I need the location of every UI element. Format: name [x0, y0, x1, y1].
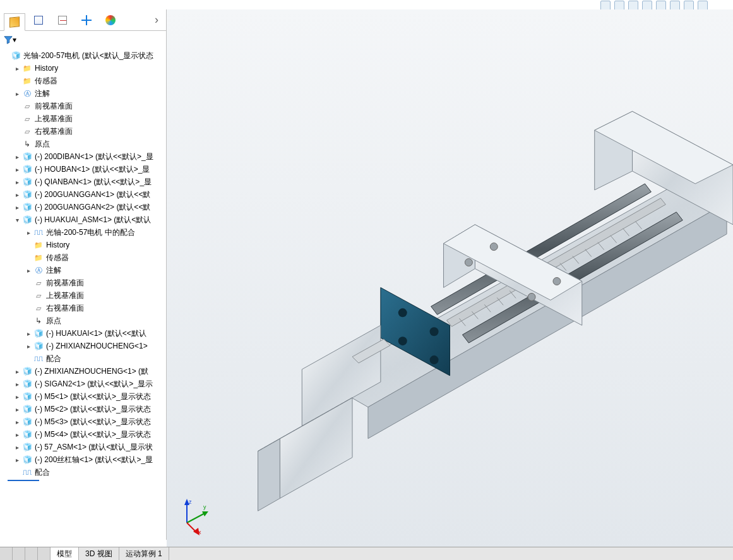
tree-node-label: History: [45, 241, 69, 249]
plane-icon: ▱: [21, 126, 33, 136]
tree-node[interactable]: ▱前视基准面: [1, 277, 166, 289]
expand-toggle[interactable]: ▸: [13, 444, 21, 451]
graphics-viewport[interactable]: z y x: [167, 9, 733, 547]
tree-node[interactable]: ▱右视基准面: [1, 302, 166, 314]
bottom-seg[interactable]: [25, 547, 38, 560]
expand-toggle[interactable]: ▸: [13, 368, 21, 375]
horizontal-scrollbar[interactable]: [3, 525, 164, 535]
expand-toggle[interactable]: ▸: [13, 406, 21, 413]
part-icon: 🧊: [21, 177, 33, 187]
tree-node[interactable]: ▸🧊(-) M5<4> (默认<<默认>_显示状态: [1, 428, 166, 441]
tree-node[interactable]: ⎍⎍配合: [1, 352, 166, 365]
part-icon: 🧊: [21, 164, 33, 174]
bottom-seg[interactable]: [38, 547, 51, 560]
tree-node-label: 光轴-200-57电机 (默认<默认_显示状态: [23, 51, 153, 61]
tree-node[interactable]: ▱上视基准面: [1, 289, 166, 302]
tree-node[interactable]: 📁传感器: [1, 74, 166, 87]
tree-node-label: (-) M5<3> (默认<<默认>_显示状态: [34, 417, 151, 427]
expand-toggle[interactable]: ▸: [24, 343, 33, 350]
tree-node[interactable]: ▾🧊(-) HUAKUAI_ASM<1> (默认<默认: [1, 213, 166, 226]
tree-node-label: (-) HOUBAN<1> (默认<<默认>_显: [34, 164, 150, 175]
tab-feature-manager[interactable]: [4, 13, 25, 31]
expand-toggle[interactable]: ▸: [13, 153, 21, 160]
tree-node[interactable]: ▸🧊(-) HOUBAN<1> (默认<<默认>_显: [1, 163, 166, 176]
orig-icon: ↳: [33, 316, 44, 326]
feature-tree[interactable]: 🧊光轴-200-57电机 (默认<默认_显示状态▸📁History📁传感器▸Ⓐ注…: [0, 48, 166, 482]
tree-node[interactable]: 📁History: [1, 239, 166, 251]
tree-node[interactable]: ▸🧊(-) M5<2> (默认<<默认>_显示状态: [1, 403, 166, 415]
tab-appearance[interactable]: [100, 11, 121, 29]
tree-node[interactable]: ▸⎍⎍光轴-200-57电机 中的配合: [1, 226, 166, 239]
tree-node-label: (-) 200丝杠轴<1> (默认<<默认>_显: [34, 455, 153, 465]
tree-node[interactable]: ▱前视基准面: [1, 100, 166, 112]
bottom-tab-model[interactable]: 模型: [51, 547, 79, 560]
tree-node[interactable]: 🧊光轴-200-57电机 (默认<默认_显示状态: [1, 49, 166, 62]
tree-node[interactable]: ▸🧊(-) ZHIXIANZHOUCHENG<1> (默: [1, 365, 166, 378]
tree-node-label: 右视基准面: [34, 126, 73, 137]
tab-configuration-manager[interactable]: [52, 11, 73, 29]
svg-point-32: [430, 327, 439, 336]
part-icon: 🧊: [33, 328, 44, 338]
expand-toggle[interactable]: ▸: [13, 381, 21, 388]
tree-node[interactable]: ▸🧊(-) ZHIXIANZHOUCHENG<1>: [1, 340, 166, 352]
bottom-prev-button[interactable]: [0, 547, 13, 560]
appearance-icon: [105, 15, 116, 25]
tree-node[interactable]: ▸🧊(-) HUAKUAI<1> (默认<<默认: [1, 327, 166, 340]
filter-button[interactable]: ▾: [4, 33, 16, 46]
orientation-triad[interactable]: z y x: [174, 497, 212, 535]
tree-node[interactable]: ▱右视基准面: [1, 125, 166, 138]
expand-toggle[interactable]: ▸: [13, 204, 21, 211]
bottom-next-button[interactable]: [13, 547, 25, 560]
tree-node[interactable]: ▸🧊(-) 200GUANGGAN<2> (默认<<默: [1, 201, 166, 213]
part-icon: 🧊: [21, 404, 33, 414]
expand-toggle[interactable]: ▸: [24, 267, 33, 274]
expand-toggle[interactable]: ▸: [13, 90, 21, 97]
expand-toggle[interactable]: ▸: [13, 166, 21, 173]
tree-node[interactable]: ▸🧊(-) QIANBAN<1> (默认<<默认>_显: [1, 176, 166, 188]
tree-node-label: (-) ZHIXIANZHOUCHENG<1> (默: [34, 366, 148, 377]
tree-node[interactable]: ▸🧊(-) 200丝杠轴<1> (默认<<默认>_显: [1, 453, 166, 466]
expand-toggle[interactable]: ▸: [13, 419, 21, 426]
svg-line-42: [187, 513, 206, 523]
expand-toggle[interactable]: ▸: [24, 229, 33, 236]
tree-node[interactable]: ▸🧊(-) 200DIBAN<1> (默认<<默认>_显: [1, 150, 166, 163]
fold-icon: 📁: [33, 240, 44, 250]
expand-toggle[interactable]: ▸: [13, 431, 21, 438]
tab-dimxpert[interactable]: [76, 11, 97, 29]
plane-icon: ▱: [33, 290, 44, 301]
tree-node[interactable]: ▸🧊(-) 57_ASM<1> (默认<默认_显示状: [1, 441, 166, 453]
expand-toggle[interactable]: ▸: [13, 65, 21, 72]
tree-node[interactable]: 📁传感器: [1, 251, 166, 264]
tab-property-manager[interactable]: [28, 11, 49, 29]
expand-toggle[interactable]: ▸: [13, 179, 21, 186]
expand-toggle[interactable]: ▾: [13, 217, 21, 223]
expand-toggle[interactable]: ▸: [24, 330, 33, 337]
tree-node-label: (-) 200GUANGGAN<1> (默认<<默: [34, 189, 150, 200]
tree-node[interactable]: ▸Ⓐ注解: [1, 87, 166, 100]
tree-node[interactable]: ▱上视基准面: [1, 112, 166, 125]
tree-node-label: 传感器: [34, 76, 57, 86]
tree-node[interactable]: ⎍⎍配合: [1, 466, 166, 479]
tree-node[interactable]: ▸🧊(-) SIGAN2<1> (默认<<默认>_显示: [1, 378, 166, 390]
fold-icon: 📁: [33, 253, 44, 263]
bottom-tab-motion1[interactable]: 运动算例 1: [119, 547, 169, 560]
expand-toggle[interactable]: ▸: [13, 456, 21, 463]
tree-node-label: 配合: [45, 354, 61, 364]
tree-node-label: 原点: [45, 316, 61, 326]
feature-tree-scroll[interactable]: 🧊光轴-200-57电机 (默认<默认_显示状态▸📁History📁传感器▸Ⓐ注…: [0, 48, 166, 521]
bottom-tab-3dview[interactable]: 3D 视图: [79, 547, 119, 560]
tab-overflow-button[interactable]: ›: [151, 13, 162, 27]
tree-node[interactable]: ▸🧊(-) M5<3> (默认<<默认>_显示状态: [1, 415, 166, 428]
tree-node[interactable]: ▸Ⓐ注解: [1, 264, 166, 277]
expand-toggle[interactable]: ▸: [13, 191, 21, 198]
tree-node-label: 上视基准面: [45, 290, 84, 301]
tree-node[interactable]: ▸🧊(-) M5<1> (默认<<默认>_显示状态: [1, 390, 166, 403]
svg-point-34: [430, 355, 439, 364]
tree-node-label: (-) HUAKUAI<1> (默认<<默认: [45, 328, 146, 339]
expand-toggle[interactable]: ▸: [13, 393, 21, 400]
rollback-bar[interactable]: [8, 480, 39, 481]
tree-node[interactable]: ↳原点: [1, 314, 166, 327]
tree-node[interactable]: ↳原点: [1, 138, 166, 150]
tree-node[interactable]: ▸📁History: [1, 62, 166, 74]
tree-node[interactable]: ▸🧊(-) 200GUANGGAN<1> (默认<<默: [1, 188, 166, 201]
